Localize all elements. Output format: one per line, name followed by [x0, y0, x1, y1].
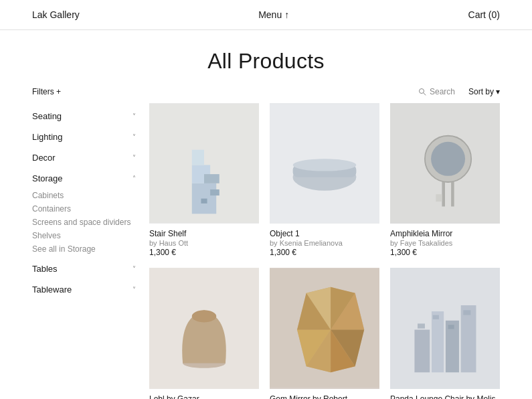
main-layout: Seating ˅ Lighting ˅ Decor ˅ Storage ˄ C…: [0, 103, 532, 399]
product-image-amphikleia: [390, 103, 500, 224]
svg-line-1: [423, 93, 426, 96]
svg-rect-16: [442, 182, 445, 206]
product-card-stair-shelf[interactable]: Stair Shelf by Haus Ott 1,300 €: [149, 103, 259, 257]
product-image-object1: [270, 103, 379, 224]
chevron-down-icon: ˅: [132, 154, 136, 161]
svg-rect-33: [414, 330, 430, 373]
product-name-lobl: Lobl by Gazar: [149, 394, 259, 399]
product-card-amphikleia[interactable]: Amphikleia Mirror by Faye Tsakalides 1,3…: [390, 103, 500, 257]
sidebar-item-decor-label: Decor: [32, 153, 56, 163]
product-by-stair-shelf: by Haus Ott: [149, 239, 259, 247]
svg-rect-37: [418, 324, 425, 329]
svg-rect-36: [461, 305, 476, 372]
product-name-amphikleia: Amphikleia Mirror: [390, 229, 500, 238]
sidebar-item-lighting[interactable]: Lighting ˅: [32, 127, 136, 147]
menu-button[interactable]: Menu ↑: [258, 9, 289, 20]
search-icon: [418, 88, 426, 96]
sidebar-item-lighting-label: Lighting: [32, 132, 63, 142]
svg-rect-38: [433, 315, 439, 319]
product-by-object1: by Ksenia Emelianova: [270, 239, 379, 247]
chevron-down-icon: ˅: [132, 286, 136, 293]
sidebar-item-tables-label: Tables: [32, 264, 58, 274]
chevron-down-icon: ˅: [132, 265, 136, 272]
svg-rect-34: [432, 312, 444, 373]
product-card-gem[interactable]: Gem Mirror by Robert Sukrachand 1,300 €: [270, 268, 379, 399]
menu-arrow-icon: ↑: [284, 9, 289, 20]
page-title: All Products: [0, 49, 532, 74]
product-name-stair-shelf: Stair Shelf: [149, 229, 259, 238]
filter-bar: Filters + Search Sort by ▾: [0, 87, 532, 103]
sub-item-shelves[interactable]: Shelves: [32, 229, 136, 242]
chevron-down-icon: ˅: [132, 112, 136, 120]
sidebar-item-tableware[interactable]: Tableware ˅: [32, 279, 136, 300]
svg-rect-5: [192, 150, 204, 165]
product-card-lobl[interactable]: Lobl by Gazar 1,300 €: [149, 268, 259, 399]
chevron-down-icon: ˅: [132, 133, 136, 141]
product-grid-wrap: Stair Shelf by Haus Ott 1,300 € Object 1: [149, 103, 500, 399]
sort-button[interactable]: Sort by ▾: [468, 87, 500, 96]
svg-rect-40: [448, 325, 454, 329]
sidebar-item-storage[interactable]: Storage ˄: [32, 168, 136, 189]
product-image-stair-shelf: [149, 103, 259, 224]
filter-right: Search Sort by ▾: [418, 87, 500, 96]
chevron-up-icon: ˄: [132, 175, 136, 182]
search-label: Search: [430, 87, 455, 96]
sidebar-item-seating[interactable]: Seating ˅: [32, 106, 136, 127]
svg-rect-18: [436, 194, 442, 202]
product-name-panda: Panda Lounge Chair by Melis Tatilcibasi: [390, 394, 500, 399]
product-by-amphikleia: by Faye Tsakalides: [390, 239, 500, 247]
product-grid: Stair Shelf by Haus Ott 1,300 € Object 1: [149, 103, 500, 399]
sub-item-see-all-storage[interactable]: See all in Storage: [32, 242, 136, 256]
svg-rect-17: [451, 182, 454, 206]
storage-sub-items: Cabinets Containers Screens and space di…: [32, 189, 136, 258]
product-card-object1[interactable]: Object 1 by Ksenia Emelianova 1,300 €: [270, 103, 379, 257]
product-card-panda[interactable]: Panda Lounge Chair by Melis Tatilcibasi …: [390, 268, 500, 399]
product-price-amphikleia: 1,300 €: [390, 248, 500, 257]
product-name-object1: Object 1: [270, 229, 379, 238]
product-price-object1: 1,300 €: [270, 248, 379, 257]
sub-item-cabinets[interactable]: Cabinets: [32, 189, 136, 202]
logo: Lak Gallery: [32, 9, 80, 20]
product-image-lobl: [149, 268, 259, 388]
header: Lak Gallery Menu ↑ Cart (0): [0, 0, 532, 30]
sidebar-item-decor[interactable]: Decor ˅: [32, 147, 136, 168]
svg-point-12: [293, 159, 357, 171]
sidebar-item-storage-label: Storage: [32, 173, 63, 183]
sub-item-screens[interactable]: Screens and space dividers: [32, 216, 136, 229]
sort-chevron-icon: ▾: [496, 87, 500, 96]
svg-point-15: [431, 142, 465, 176]
product-image-panda: [390, 268, 500, 388]
svg-rect-32: [390, 269, 500, 388]
search-wrap[interactable]: Search: [418, 87, 455, 96]
filters-button[interactable]: Filters +: [32, 87, 61, 96]
sidebar-item-seating-label: Seating: [32, 111, 62, 121]
sub-item-containers[interactable]: Containers: [32, 202, 136, 216]
svg-point-21: [192, 311, 216, 323]
product-name-gem: Gem Mirror by Robert Sukrachand: [270, 394, 379, 399]
cart-button[interactable]: Cart (0): [468, 9, 500, 20]
product-price-stair-shelf: 1,300 €: [149, 248, 259, 257]
svg-rect-7: [210, 189, 219, 195]
svg-rect-8: [201, 199, 207, 204]
sidebar-item-tables[interactable]: Tables ˅: [32, 258, 136, 279]
svg-rect-39: [463, 311, 470, 315]
page-title-section: All Products: [0, 30, 532, 87]
sidebar: Seating ˅ Lighting ˅ Decor ˅ Storage ˄ C…: [32, 103, 149, 399]
svg-rect-6: [204, 174, 219, 183]
product-image-gem: [270, 268, 379, 388]
sidebar-item-tableware-label: Tableware: [32, 285, 72, 295]
